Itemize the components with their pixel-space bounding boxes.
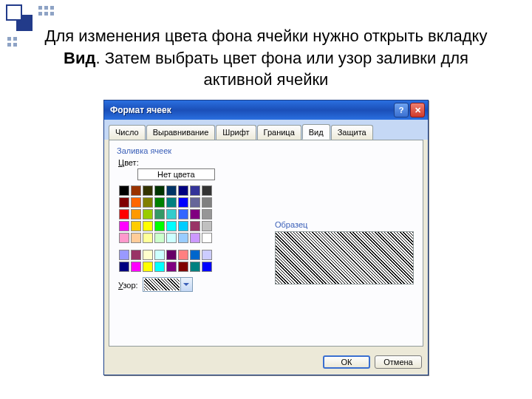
color-swatch[interactable] [178, 262, 188, 272]
format-cells-dialog: Формат ячеек ? ✕ ЧислоВыравниваниеШрифтГ… [103, 100, 429, 375]
dialog-title: Формат ячеек [110, 105, 392, 115]
color-swatch[interactable] [190, 197, 200, 208]
color-swatch[interactable] [178, 185, 188, 196]
no-color-button[interactable]: Нет цвета [137, 168, 215, 180]
color-swatch[interactable] [154, 197, 165, 208]
color-swatch[interactable] [143, 221, 153, 231]
color-swatch[interactable] [119, 221, 129, 231]
tab-граница[interactable]: Граница [257, 125, 301, 140]
color-swatch[interactable] [131, 250, 141, 260]
color-swatch[interactable] [202, 185, 212, 196]
color-swatch[interactable] [131, 262, 141, 272]
color-swatch[interactable] [202, 209, 212, 219]
color-swatch[interactable] [178, 250, 188, 260]
color-swatch[interactable] [119, 250, 129, 260]
color-swatch[interactable] [178, 233, 188, 243]
color-swatch[interactable] [119, 233, 129, 243]
color-swatch[interactable] [202, 221, 212, 231]
color-label: Цвет: [118, 158, 415, 167]
color-swatch[interactable] [143, 233, 153, 243]
sample-label: Образец [275, 220, 414, 229]
color-swatch[interactable] [143, 197, 153, 208]
ok-button[interactable]: ОК [323, 355, 370, 369]
color-swatch[interactable] [154, 209, 165, 219]
sample-preview [275, 231, 414, 284]
color-swatch[interactable] [166, 185, 177, 196]
color-swatch[interactable] [178, 209, 188, 219]
color-swatch[interactable] [154, 185, 165, 196]
color-swatch[interactable] [154, 233, 165, 243]
color-swatch[interactable] [190, 250, 200, 260]
color-swatch[interactable] [202, 262, 212, 272]
color-swatch[interactable] [154, 262, 165, 272]
color-swatch[interactable] [190, 221, 200, 231]
color-swatch[interactable] [119, 262, 129, 272]
tab-panel-view: Заливка ячеек Цвет: Нет цвета Узор: Обра… [109, 140, 423, 347]
slide-caption: Для изменения цвета фона ячейки нужно от… [30, 25, 502, 91]
titlebar[interactable]: Формат ячеек ? ✕ [104, 100, 428, 120]
pattern-swatch-icon [144, 279, 180, 290]
color-swatch[interactable] [154, 250, 165, 260]
color-swatch[interactable] [143, 185, 153, 196]
tab-число[interactable]: Число [109, 125, 146, 140]
color-swatch[interactable] [131, 209, 141, 219]
group-fill-label: Заливка ячеек [117, 146, 415, 155]
color-swatch[interactable] [202, 197, 212, 208]
color-swatch[interactable] [119, 209, 129, 219]
color-swatch[interactable] [119, 197, 129, 208]
color-swatch[interactable] [166, 250, 177, 260]
chevron-down-icon[interactable] [180, 278, 192, 291]
color-swatch[interactable] [131, 185, 141, 196]
tab-защита[interactable]: Защита [331, 125, 373, 140]
color-swatch[interactable] [154, 221, 165, 231]
tab-вид[interactable]: Вид [302, 124, 330, 140]
pattern-dropdown[interactable] [143, 277, 193, 292]
color-swatch[interactable] [143, 209, 153, 219]
color-swatch[interactable] [190, 233, 200, 243]
color-swatch[interactable] [166, 262, 177, 272]
color-swatch[interactable] [166, 197, 177, 208]
sample-group: Образец [275, 220, 414, 284]
tab-шрифт[interactable]: Шрифт [216, 125, 256, 140]
color-swatch[interactable] [190, 262, 200, 272]
close-button[interactable]: ✕ [410, 103, 425, 117]
color-swatch[interactable] [131, 233, 141, 243]
tab-strip: ЧислоВыравниваниеШрифтГраницаВидЗащита [104, 120, 428, 140]
color-swatch[interactable] [202, 233, 212, 243]
color-swatch[interactable] [166, 209, 177, 219]
color-swatch[interactable] [143, 250, 153, 260]
color-swatch[interactable] [119, 185, 129, 196]
color-swatch[interactable] [202, 250, 212, 260]
color-swatch[interactable] [166, 221, 177, 231]
cancel-button[interactable]: Отмена [375, 355, 422, 369]
color-swatch[interactable] [166, 233, 177, 243]
pattern-label: Узор: [118, 281, 138, 290]
tab-выравнивание[interactable]: Выравнивание [146, 125, 216, 140]
color-swatch[interactable] [131, 221, 141, 231]
color-swatch[interactable] [131, 197, 141, 208]
color-swatch[interactable] [178, 197, 188, 208]
dialog-button-row: ОК Отмена [104, 351, 428, 375]
color-swatch[interactable] [190, 185, 200, 196]
help-button[interactable]: ? [394, 103, 409, 117]
color-swatch[interactable] [178, 221, 188, 231]
color-swatch[interactable] [143, 262, 153, 272]
color-swatch[interactable] [190, 209, 200, 219]
